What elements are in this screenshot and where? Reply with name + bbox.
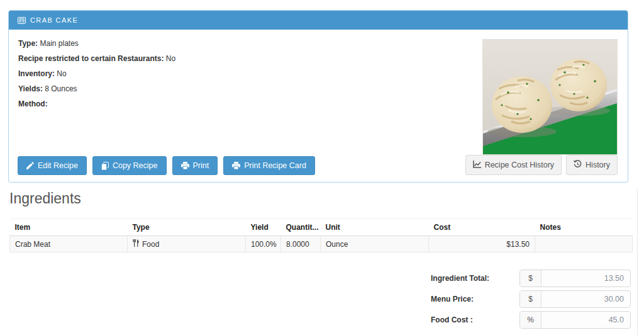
- menu-price-field: $ 30.00: [519, 290, 631, 308]
- ingredient-total-label: Ingredient Total:: [431, 274, 489, 283]
- dollar-prefix: $: [520, 291, 541, 307]
- ingredient-total-row: Ingredient Total: $ 13.50: [431, 270, 631, 287]
- detail-restricted-label: Recipe restricted to certain Restaurants…: [18, 54, 164, 63]
- col-item[interactable]: Item: [10, 219, 128, 236]
- print-label: Print: [193, 161, 209, 170]
- cell-item: Crab Meat: [10, 236, 128, 253]
- section-divider: [637, 189, 638, 335]
- copy-icon: [101, 162, 109, 170]
- col-yield[interactable]: Yield: [246, 219, 281, 236]
- cell-notes: [535, 236, 633, 253]
- recipe-panel-header: CRAB CAKE: [9, 11, 628, 30]
- recipe-panel-body: Type: Main plates Recipe restricted to c…: [9, 30, 628, 183]
- history-label: History: [586, 161, 610, 169]
- pencil-icon: [26, 162, 34, 169]
- recipe-photo: [482, 39, 618, 155]
- detail-yields: Yields: 8 Ounces: [18, 84, 175, 93]
- cell-type: Food: [128, 236, 246, 253]
- ingredient-total-value[interactable]: 13.50: [541, 270, 630, 287]
- edit-recipe-button[interactable]: Edit Recipe: [18, 156, 87, 175]
- detail-inventory-value: No: [57, 69, 66, 78]
- recipe-panel: CRAB CAKE Type: Main plates Recipe restr…: [8, 10, 628, 183]
- col-quantity[interactable]: Quantit...: [281, 219, 321, 236]
- recipe-card-icon: [18, 17, 26, 24]
- copy-recipe-button[interactable]: Copy Recipe: [92, 156, 167, 175]
- recipe-details: Type: Main plates Recipe restricted to c…: [18, 39, 175, 115]
- recipe-page: CRAB CAKE Type: Main plates Recipe restr…: [0, 0, 644, 335]
- col-type[interactable]: Type: [128, 219, 246, 236]
- detail-type-value: Main plates: [40, 39, 78, 48]
- table-row[interactable]: Crab Meat Food: [10, 236, 633, 253]
- recipe-actions: Edit Recipe Copy Recipe: [18, 156, 321, 175]
- detail-method: Method:: [18, 99, 175, 108]
- col-notes[interactable]: Notes: [535, 219, 633, 236]
- ingredients-heading: Ingredients: [9, 190, 81, 207]
- printer-icon: [232, 162, 240, 169]
- copy-recipe-label: Copy Recipe: [113, 161, 158, 170]
- food-cost-label: Food Cost :: [431, 315, 473, 324]
- col-cost[interactable]: Cost: [429, 219, 535, 236]
- food-cost-row: Food Cost : % 45.0: [431, 311, 631, 329]
- cell-quantity: 8.0000: [281, 236, 321, 253]
- cell-type-label: Food: [142, 240, 159, 249]
- cell-yield: 100.0%: [246, 236, 281, 253]
- recipe-cost-history-button[interactable]: Recipe Cost History: [465, 155, 562, 175]
- recipe-title: CRAB CAKE: [30, 16, 78, 24]
- detail-method-label: Method:: [18, 99, 48, 108]
- detail-yields-value: 8 Ounces: [45, 84, 77, 93]
- cell-cost: $13.50: [429, 236, 535, 253]
- detail-restricted-value: No: [166, 54, 175, 63]
- ingredients-header-row: Item Type Yield Quantit... Unit Cost Not…: [10, 219, 633, 236]
- print-button[interactable]: Print: [172, 156, 218, 175]
- menu-price-label: Menu Price:: [431, 295, 474, 304]
- detail-inventory: Inventory: No: [18, 69, 175, 78]
- print-recipe-card-label: Print Recipe Card: [244, 161, 306, 170]
- cell-unit: Ounce: [321, 236, 429, 253]
- detail-restricted: Recipe restricted to certain Restaurants…: [18, 54, 175, 63]
- food-cost-value[interactable]: 45.0: [541, 312, 630, 328]
- print-recipe-card-button[interactable]: Print Recipe Card: [223, 156, 315, 175]
- detail-type: Type: Main plates: [18, 39, 175, 48]
- detail-inventory-label: Inventory:: [18, 69, 55, 78]
- line-chart-icon: [473, 161, 481, 170]
- history-button[interactable]: History: [566, 155, 618, 175]
- history-actions: Recipe Cost History History: [461, 155, 618, 175]
- ingredient-total-field: $ 13.50: [519, 270, 631, 287]
- recipe-cost-history-label: Recipe Cost History: [485, 161, 554, 169]
- col-unit[interactable]: Unit: [321, 219, 429, 236]
- edit-recipe-label: Edit Recipe: [38, 161, 78, 170]
- printer-icon: [181, 162, 189, 169]
- dollar-prefix: $: [520, 270, 541, 287]
- detail-yields-label: Yields:: [18, 84, 43, 93]
- menu-price-value[interactable]: 30.00: [541, 291, 630, 307]
- utensils-icon: [133, 239, 139, 249]
- percent-prefix: %: [520, 312, 541, 328]
- ingredients-table: Item Type Yield Quantit... Unit Cost Not…: [9, 219, 633, 253]
- history-clock-icon: [574, 160, 582, 170]
- menu-price-row: Menu Price: $ 30.00: [431, 290, 631, 308]
- food-cost-field: % 45.0: [519, 311, 631, 329]
- detail-type-label: Type:: [18, 39, 38, 48]
